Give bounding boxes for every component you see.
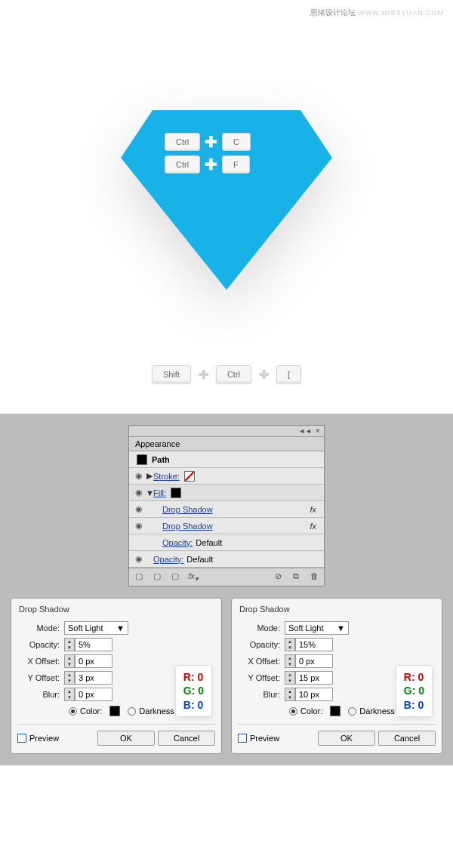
drop-shadow-dialog: Drop Shadow Mode: Soft Light▼ Opacity: ▲… <box>11 598 222 754</box>
illustration-area: 思绪设计论坛 WWW.MISSYUAN.COM Ctrl ✚ C Ctrl ✚ … <box>0 0 453 414</box>
preview-checkbox[interactable] <box>238 734 247 743</box>
cancel-button[interactable]: Cancel <box>158 731 215 746</box>
darkness-radio[interactable] <box>128 707 136 716</box>
opacity-label: Opacity: <box>17 640 64 649</box>
darkness-radio[interactable] <box>348 707 356 716</box>
stroke-link[interactable]: Stroke: <box>153 472 180 481</box>
appearance-panel: ◄◄ ✕ Appearance Path ◉ ▶ Stroke: ◉ ▼ Fil… <box>128 425 325 586</box>
opacity-link[interactable]: Opacity: <box>153 555 183 564</box>
stroke-swatch[interactable] <box>184 471 195 482</box>
opacity-row[interactable]: ◉ Opacity: Default <box>129 534 324 551</box>
xoffset-input[interactable] <box>295 654 333 668</box>
fill-link[interactable]: Fill: <box>153 488 166 497</box>
darkness-label: Darkness <box>139 706 174 716</box>
visibility-icon[interactable]: ◉ <box>132 521 146 531</box>
visibility-icon[interactable]: ◉ <box>132 504 146 514</box>
diamond-shape: Ctrl ✚ C Ctrl ✚ F <box>121 78 332 290</box>
plus-icon: ✚ <box>259 368 269 382</box>
opacity-input[interactable] <box>295 638 333 651</box>
effect-link[interactable]: Drop Shadow <box>162 505 213 514</box>
key-ctrl: Ctrl <box>165 133 200 151</box>
visibility-icon[interactable]: ◉ <box>132 488 146 497</box>
path-label: Path <box>152 455 170 464</box>
key-f: F <box>222 155 250 174</box>
add-fill-icon[interactable]: ▢ <box>168 571 182 583</box>
blur-input[interactable] <box>295 688 333 701</box>
add-stroke-icon[interactable]: ▢ <box>150 571 164 583</box>
rgb-r: R: 0 <box>404 670 424 684</box>
color-swatch[interactable] <box>330 706 341 716</box>
shortcut-keys-overlay: Ctrl ✚ C Ctrl ✚ F <box>165 133 251 174</box>
key-ctrl: Ctrl <box>216 365 251 383</box>
fill-swatch[interactable] <box>171 488 181 498</box>
fx-icon[interactable]: fx <box>310 522 321 531</box>
opacity-stepper[interactable]: ▲▼ <box>285 638 295 651</box>
fx-menu-icon[interactable]: fx▾ <box>186 571 200 583</box>
plus-icon: ✚ <box>205 157 217 172</box>
xoffset-input[interactable] <box>75 654 112 668</box>
opacity-value: Default <box>186 555 213 564</box>
color-swatch[interactable] <box>109 706 120 716</box>
opacity-stepper[interactable]: ▲▼ <box>64 638 75 651</box>
key-c: C <box>222 133 251 151</box>
xoffset-label: X Offset: <box>17 657 64 666</box>
key-ctrl: Ctrl <box>165 155 200 174</box>
key-shift: Shift <box>152 365 191 383</box>
shortcut-row: Ctrl ✚ C <box>165 133 251 151</box>
darkness-label: Darkness <box>359 706 394 716</box>
opacity-row[interactable]: ◉ Opacity: Default <box>129 551 324 568</box>
yoffset-stepper[interactable]: ▲▼ <box>64 671 75 685</box>
rgb-r: R: 0 <box>183 670 204 684</box>
drop-shadow-row[interactable]: ◉ Drop Shadow fx <box>129 501 324 518</box>
clear-icon[interactable]: ⊘ <box>271 571 285 583</box>
opacity-input[interactable] <box>75 638 112 651</box>
drop-shadow-dialog: Drop Shadow Mode: Soft Light▼ Opacity: ▲… <box>231 598 442 754</box>
yoffset-label: Y Offset: <box>238 673 285 682</box>
stroke-row[interactable]: ◉ ▶ Stroke: <box>129 468 324 485</box>
ok-button[interactable]: OK <box>97 731 155 746</box>
plus-icon: ✚ <box>199 368 208 382</box>
appearance-tab[interactable]: Appearance <box>129 437 324 451</box>
mode-select[interactable]: Soft Light▼ <box>64 621 128 635</box>
blur-stepper[interactable]: ▲▼ <box>64 688 75 701</box>
xoffset-stepper[interactable]: ▲▼ <box>64 654 75 668</box>
mode-select[interactable]: Soft Light▼ <box>285 621 349 635</box>
drop-shadow-row[interactable]: ◉ Drop Shadow fx <box>129 518 324 534</box>
fx-icon[interactable]: fx <box>310 505 321 514</box>
color-radio[interactable] <box>69 707 77 716</box>
key-bracket: [ <box>276 365 301 383</box>
duplicate-icon[interactable]: ⧉ <box>289 571 303 583</box>
panel-close-icon[interactable]: ✕ <box>315 427 321 435</box>
panels-area: ◄◄ ✕ Appearance Path ◉ ▶ Stroke: ◉ ▼ Fil… <box>0 414 453 765</box>
new-art-icon[interactable]: ▢ <box>132 571 146 583</box>
preview-label: Preview <box>29 734 59 743</box>
opacity-link[interactable]: Opacity: <box>162 538 193 547</box>
visibility-icon[interactable]: ◉ <box>132 554 146 564</box>
preview-checkbox[interactable] <box>17 734 26 743</box>
rgb-b: B: 0 <box>404 698 424 712</box>
cancel-button[interactable]: Cancel <box>378 731 436 746</box>
opacity-label: Opacity: <box>238 640 285 649</box>
expand-icon[interactable]: ▶ <box>146 471 153 481</box>
chevron-down-icon: ▼ <box>116 623 125 633</box>
yoffset-label: Y Offset: <box>17 673 64 682</box>
delete-icon[interactable]: 🗑 <box>307 571 321 583</box>
visibility-icon[interactable]: ◉ <box>132 471 146 481</box>
ok-button[interactable]: OK <box>318 731 375 746</box>
path-header-row[interactable]: Path <box>129 451 324 468</box>
yoffset-input[interactable] <box>75 671 112 685</box>
blur-stepper[interactable]: ▲▼ <box>285 688 295 701</box>
xoffset-stepper[interactable]: ▲▼ <box>285 654 295 668</box>
dialogs-row: Drop Shadow Mode: Soft Light▼ Opacity: ▲… <box>0 598 453 754</box>
color-radio[interactable] <box>289 707 297 716</box>
yoffset-stepper[interactable]: ▲▼ <box>285 671 295 685</box>
blur-input[interactable] <box>75 688 112 701</box>
watermark: 思绪设计论坛 WWW.MISSYUAN.COM <box>0 8 453 18</box>
collapse-icon[interactable]: ▼ <box>146 488 153 497</box>
yoffset-input[interactable] <box>295 671 333 685</box>
rgb-b: B: 0 <box>183 698 204 712</box>
fill-row[interactable]: ◉ ▼ Fill: <box>129 485 324 501</box>
effect-link[interactable]: Drop Shadow <box>162 522 213 531</box>
dialog-title: Drop Shadow <box>238 603 436 618</box>
panel-collapse-icon[interactable]: ◄◄ <box>298 427 312 435</box>
